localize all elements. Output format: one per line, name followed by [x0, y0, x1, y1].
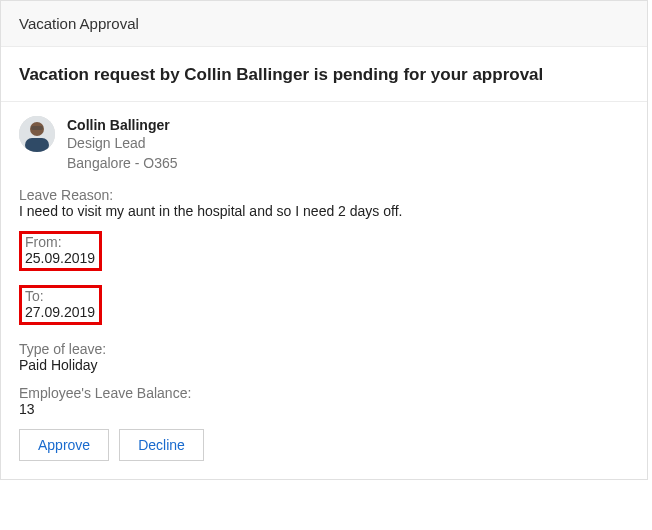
action-bar: Approve Decline	[19, 429, 629, 461]
decline-button[interactable]: Decline	[119, 429, 204, 461]
requester-location: Bangalore - O365	[67, 154, 178, 174]
to-value: 27.09.2019	[25, 304, 95, 320]
card-header: Vacation Approval	[1, 1, 647, 47]
leave-reason-label: Leave Reason:	[19, 187, 629, 203]
leave-reason-value: I need to visit my aunt in the hospital …	[19, 203, 629, 219]
leave-type-value: Paid Holiday	[19, 357, 629, 373]
requester-block: Collin Ballinger Design Lead Bangalore -…	[19, 116, 629, 173]
requester-role: Design Lead	[67, 134, 178, 154]
avatar	[19, 116, 55, 152]
leave-type-label: Type of leave:	[19, 341, 629, 357]
to-date-highlight: To: 27.09.2019	[19, 285, 102, 325]
from-label: From:	[25, 234, 95, 250]
requester-info: Collin Ballinger Design Lead Bangalore -…	[67, 116, 178, 173]
avatar-image	[19, 116, 55, 152]
from-date-highlight: From: 25.09.2019	[19, 231, 102, 271]
requester-name: Collin Ballinger	[67, 116, 178, 134]
approve-button[interactable]: Approve	[19, 429, 109, 461]
card-body: Collin Ballinger Design Lead Bangalore -…	[1, 102, 647, 479]
balance-value: 13	[19, 401, 629, 417]
vacation-approval-card: Vacation Approval Vacation request by Co…	[0, 0, 648, 480]
balance-label: Employee's Leave Balance:	[19, 385, 629, 401]
svg-rect-2	[25, 138, 49, 152]
to-label: To:	[25, 288, 95, 304]
card-title: Vacation request by Collin Ballinger is …	[1, 47, 647, 102]
svg-rect-3	[31, 126, 43, 130]
card-header-title: Vacation Approval	[19, 15, 139, 32]
from-value: 25.09.2019	[25, 250, 95, 266]
